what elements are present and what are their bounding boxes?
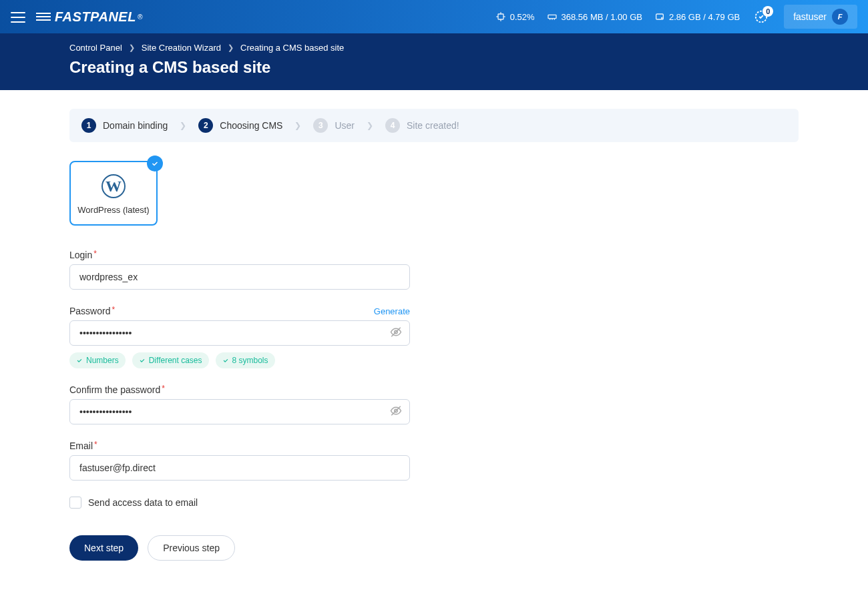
- send-email-checkbox[interactable]: [69, 497, 81, 509]
- confirm-password-input[interactable]: [69, 399, 410, 424]
- password-input[interactable]: [69, 320, 410, 346]
- chevron-right-icon: ❯: [294, 121, 301, 130]
- svg-point-10: [662, 17, 662, 18]
- subheader: Control Panel ❯ Site Creation Wizard ❯ C…: [0, 33, 868, 90]
- breadcrumb-item[interactable]: Creating a CMS based site: [240, 43, 344, 53]
- disk-icon: [654, 11, 665, 22]
- password-label: Password: [69, 306, 110, 316]
- breadcrumb-item[interactable]: Control Panel: [69, 43, 122, 53]
- step-number: 3: [313, 118, 328, 133]
- hint-numbers: Numbers: [69, 352, 126, 368]
- email-input[interactable]: [69, 455, 410, 481]
- step-label: Site created!: [407, 120, 459, 131]
- notif-badge: 0: [763, 6, 773, 17]
- step-user: 3 User: [313, 118, 355, 133]
- svg-rect-5: [548, 15, 556, 18]
- cpu-icon: [495, 11, 506, 22]
- ram-icon: [547, 11, 558, 22]
- svg-rect-0: [498, 14, 503, 19]
- email-label: Email: [69, 440, 93, 451]
- field-email: Email*: [69, 440, 410, 481]
- step-label: User: [335, 120, 355, 131]
- step-choosing-cms[interactable]: 2 Choosing CMS: [198, 118, 282, 133]
- chevron-right-icon: ❯: [367, 121, 373, 130]
- hint-cases: Different cases: [132, 352, 209, 368]
- step-label: Domain binding: [103, 120, 168, 131]
- chevron-right-icon: ❯: [228, 43, 234, 52]
- breadcrumb: Control Panel ❯ Site Creation Wizard ❯ C…: [69, 43, 799, 53]
- field-confirm-password: Confirm the password*: [69, 384, 410, 424]
- cpu-value: 0.52%: [510, 12, 535, 22]
- ram-stat[interactable]: 368.56 MB / 1.00 GB: [547, 11, 642, 22]
- step-site-created: 4 Site created!: [385, 118, 459, 133]
- hint-symbols: 8 symbols: [216, 352, 275, 368]
- cms-card-wordpress[interactable]: W WordPress (latest): [69, 161, 158, 226]
- cms-name: WordPress (latest): [75, 205, 152, 215]
- required-mark: *: [93, 249, 97, 258]
- cpu-stat[interactable]: 0.52%: [495, 11, 535, 22]
- next-step-button[interactable]: Next step: [69, 535, 138, 561]
- send-email-row: Send access data to email: [69, 497, 410, 509]
- ram-value: 368.56 MB / 1.00 GB: [562, 12, 642, 22]
- eye-off-icon[interactable]: [390, 326, 402, 340]
- chevron-right-icon: ❯: [180, 121, 186, 130]
- eye-off-icon[interactable]: [390, 405, 402, 419]
- required-mark: *: [162, 384, 165, 393]
- step-number: 1: [81, 118, 96, 133]
- logo-text: FASTPANEL: [55, 9, 136, 25]
- logo-bars-icon: [36, 13, 51, 21]
- wordpress-icon: W: [101, 174, 126, 198]
- login-input[interactable]: [69, 264, 410, 290]
- selected-check-icon: [147, 156, 163, 172]
- login-label: Login: [69, 250, 92, 260]
- step-domain-binding[interactable]: 1 Domain binding: [81, 118, 168, 133]
- page-title: Creating a CMS based site: [69, 58, 799, 77]
- field-login: Login*: [69, 250, 410, 290]
- chevron-right-icon: ❯: [129, 43, 135, 52]
- required-mark: *: [94, 440, 97, 449]
- field-password: Password* Generate Numbers Different cas…: [69, 306, 410, 368]
- step-number: 2: [198, 118, 213, 133]
- notifications-button[interactable]: 0: [752, 7, 771, 26]
- disk-stat[interactable]: 2.86 GB / 4.79 GB: [654, 11, 740, 22]
- previous-step-button[interactable]: Previous step: [148, 535, 235, 561]
- topbar: FASTPANEL ® 0.52% 368.56 MB / 1.00 GB 2.…: [0, 0, 868, 33]
- cms-form: Login* Password* Generate Numbers Differ…: [69, 250, 410, 561]
- generate-password-link[interactable]: Generate: [374, 306, 410, 316]
- step-label: Choosing CMS: [220, 120, 282, 131]
- logo[interactable]: FASTPANEL ®: [36, 9, 143, 25]
- password-hints: Numbers Different cases 8 symbols: [69, 352, 410, 368]
- logo-registered: ®: [138, 13, 143, 21]
- send-email-label: Send access data to email: [88, 497, 198, 508]
- confirm-label: Confirm the password: [69, 384, 160, 395]
- form-buttons: Next step Previous step: [69, 535, 410, 561]
- disk-value: 2.86 GB / 4.79 GB: [669, 12, 740, 22]
- content: 1 Domain binding ❯ 2 Choosing CMS ❯ 3 Us…: [20, 90, 848, 587]
- required-mark: *: [112, 305, 115, 314]
- wizard-steps: 1 Domain binding ❯ 2 Choosing CMS ❯ 3 Us…: [69, 109, 799, 142]
- breadcrumb-item[interactable]: Site Creation Wizard: [142, 43, 221, 53]
- username: fastuser: [793, 11, 827, 22]
- step-number: 4: [385, 118, 400, 133]
- avatar: F: [832, 9, 848, 25]
- user-menu[interactable]: fastuser F: [784, 5, 857, 29]
- hamburger-menu-icon[interactable]: [11, 9, 27, 25]
